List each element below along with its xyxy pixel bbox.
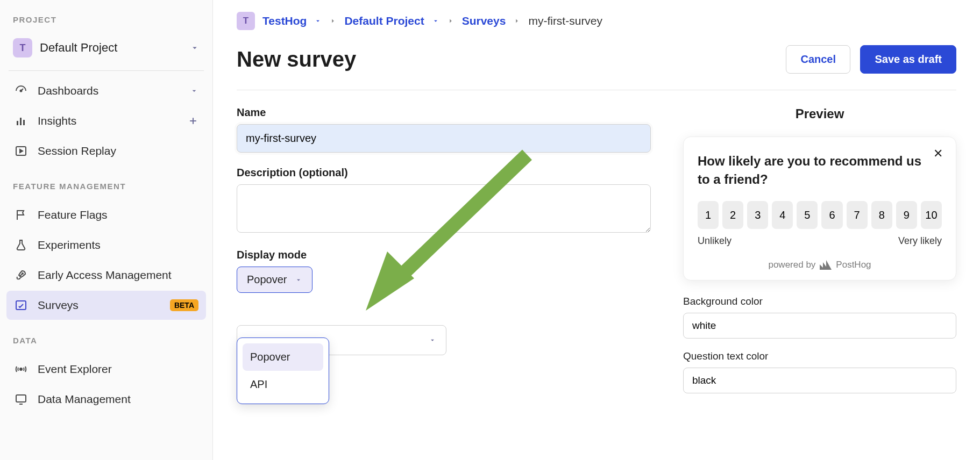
chevron-down-icon[interactable]: [314, 17, 322, 25]
preview-question: How likely are you to recommend us to a …: [698, 152, 942, 188]
sidebar-item-label: Early Access Management: [38, 269, 172, 282]
text-color-label: Question text color: [683, 350, 956, 362]
posthog-logo-icon: [820, 260, 832, 270]
svg-point-5: [22, 273, 23, 274]
sidebar-section-feature: FEATURE MANAGEMENT: [6, 167, 206, 199]
breadcrumb-current: my-first-survey: [528, 15, 602, 27]
svg-rect-8: [16, 395, 26, 402]
chevron-down-icon: [295, 276, 302, 284]
sidebar-section-data: DATA: [6, 321, 206, 354]
sidebar-item-label: Feature Flags: [38, 209, 108, 221]
sidebar-item-experiments[interactable]: Experiments: [6, 231, 206, 260]
flag-icon: [14, 208, 28, 222]
sidebar-item-insights[interactable]: Insights: [6, 106, 206, 135]
header-actions: Cancel Save as draft: [786, 45, 956, 74]
breadcrumb: T TestHog Default Project Surveys my-fir…: [237, 12, 956, 30]
sidebar-divider: [9, 70, 204, 71]
preview-card: ✕ How likely are you to recommend us to …: [683, 136, 956, 281]
rating-button-9[interactable]: 9: [896, 201, 917, 229]
rating-button-8[interactable]: 8: [871, 201, 892, 229]
description-label: Description (optional): [237, 167, 651, 179]
display-mode-select[interactable]: Popover: [237, 267, 313, 293]
preview-title: Preview: [683, 106, 956, 121]
description-input[interactable]: [237, 184, 651, 233]
rating-low-label: Unlikely: [698, 235, 732, 247]
svg-point-7: [20, 368, 22, 370]
powered-by: powered by PostHog: [698, 260, 942, 270]
powered-by-brand: PostHog: [836, 260, 871, 270]
display-mode-dropdown: Popover API: [237, 337, 329, 404]
text-color-input[interactable]: [683, 368, 956, 393]
rating-button-1[interactable]: 1: [698, 201, 719, 229]
sidebar-item-feature-flags[interactable]: Feature Flags: [6, 200, 206, 229]
dropdown-option-popover[interactable]: Popover: [243, 343, 323, 371]
display-mode-value: Popover: [247, 274, 287, 286]
rating-row: 1 2 3 4 5 6 7 8 9 10: [698, 201, 942, 229]
chevron-down-icon: [190, 87, 198, 95]
sidebar: PROJECT T Default Project Dashboards Ins…: [0, 0, 213, 460]
sidebar-item-event-explorer[interactable]: Event Explorer: [6, 355, 206, 384]
gauge-icon: [14, 84, 28, 98]
display-mode-label: Display mode: [237, 249, 651, 261]
sidebar-item-data-management[interactable]: Data Management: [6, 385, 206, 414]
sidebar-item-early-access[interactable]: Early Access Management: [6, 261, 206, 290]
broadcast-icon: [14, 362, 28, 376]
monitor-icon: [14, 392, 28, 406]
sidebar-item-dashboards[interactable]: Dashboards: [6, 76, 206, 105]
plus-icon[interactable]: [188, 116, 198, 126]
barchart-icon: [14, 114, 28, 128]
chevron-down-icon: [429, 336, 436, 344]
name-input[interactable]: [237, 124, 651, 153]
chevron-right-icon: [447, 17, 455, 25]
name-label: Name: [237, 106, 651, 119]
project-avatar: T: [13, 38, 32, 58]
svg-rect-1: [17, 121, 18, 125]
rating-button-6[interactable]: 6: [821, 201, 842, 229]
svg-rect-6: [16, 301, 26, 310]
preview-panel: Preview ✕ How likely are you to recommen…: [683, 106, 956, 405]
sidebar-item-label: Data Management: [38, 393, 131, 406]
rating-button-5[interactable]: 5: [797, 201, 818, 229]
rocket-icon: [14, 268, 28, 282]
chevron-right-icon: [329, 17, 337, 25]
sidebar-item-surveys[interactable]: Surveys BETA: [6, 291, 206, 320]
sidebar-item-label: Experiments: [38, 239, 101, 251]
flask-icon: [14, 238, 28, 252]
svg-point-0: [20, 90, 22, 92]
bg-color-input[interactable]: [683, 313, 956, 339]
sidebar-item-session-replay[interactable]: Session Replay: [6, 136, 206, 166]
svg-rect-3: [23, 120, 25, 125]
sidebar-item-label: Event Explorer: [38, 363, 112, 376]
powered-by-prefix: powered by: [768, 260, 815, 270]
rating-button-4[interactable]: 4: [772, 201, 793, 229]
rating-button-2[interactable]: 2: [722, 201, 743, 229]
chevron-down-icon: [190, 43, 200, 53]
breadcrumb-project[interactable]: Default Project: [344, 15, 424, 27]
rating-high-label: Very likely: [898, 235, 942, 247]
sidebar-item-label: Insights: [38, 114, 76, 127]
main-content: T TestHog Default Project Surveys my-fir…: [213, 0, 980, 460]
project-picker[interactable]: T Default Project: [6, 33, 206, 63]
rating-button-3[interactable]: 3: [747, 201, 768, 229]
close-icon[interactable]: ✕: [933, 147, 943, 161]
survey-form: Name Description (optional) Display mode…: [237, 106, 651, 405]
rating-button-7[interactable]: 7: [847, 201, 868, 229]
edit-square-icon: [14, 298, 28, 312]
cancel-button[interactable]: Cancel: [786, 45, 850, 74]
sidebar-section-project: PROJECT: [6, 15, 206, 33]
save-draft-button[interactable]: Save as draft: [860, 45, 956, 74]
play-square-icon: [14, 144, 28, 158]
svg-rect-2: [20, 118, 22, 125]
project-name: Default Project: [40, 41, 117, 55]
sidebar-item-label: Dashboards: [38, 84, 98, 97]
rating-button-10[interactable]: 10: [921, 201, 942, 229]
bg-color-label: Background color: [683, 296, 956, 307]
chevron-down-icon[interactable]: [432, 17, 439, 25]
org-avatar: T: [237, 12, 255, 30]
page-header: New survey Cancel Save as draft: [237, 45, 956, 90]
breadcrumb-org[interactable]: TestHog: [262, 15, 307, 27]
sidebar-item-label: Session Replay: [38, 145, 116, 157]
sidebar-item-label: Surveys: [38, 299, 79, 312]
breadcrumb-section[interactable]: Surveys: [462, 15, 506, 27]
dropdown-option-api[interactable]: API: [243, 371, 323, 398]
